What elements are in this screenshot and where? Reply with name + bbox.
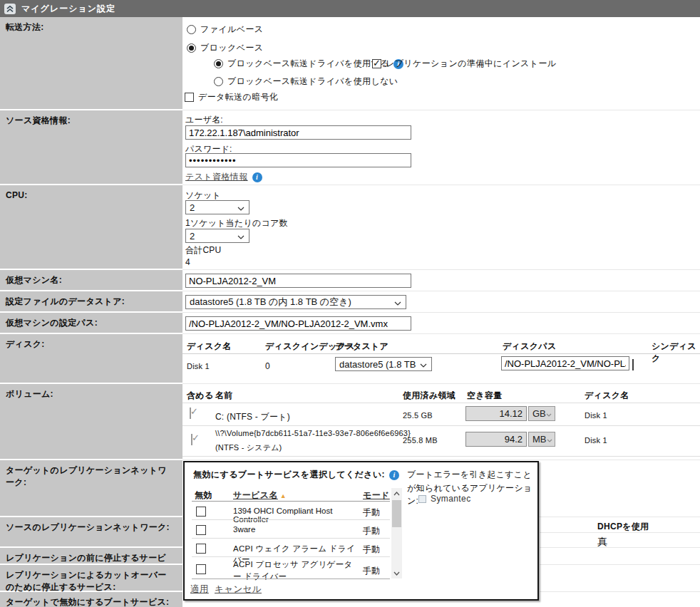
disk-col-datastore: データストア [335, 341, 388, 353]
info-icon[interactable]: i [252, 172, 262, 182]
vm-config-path-input[interactable] [185, 316, 411, 331]
cores-select[interactable]: 2 [185, 229, 249, 243]
disk-datastore-value: datastore5 (1.8 TB [339, 359, 416, 370]
section-header: マイグレーション設定 [0, 0, 700, 17]
checkbox-icon [372, 59, 381, 68]
volume-col-free: 空き容量 [467, 390, 502, 402]
service-table-bottom-divider [192, 579, 390, 579]
total-cpu-label: 合計CPU [185, 244, 221, 256]
double-chevron-up-icon [6, 5, 14, 13]
collapse-section-button[interactable] [4, 4, 16, 14]
services-scrollbar[interactable] [391, 488, 402, 579]
scroll-up-button[interactable] [391, 488, 402, 499]
service-row-divider [192, 556, 390, 557]
checkbox-label: Symantec [431, 494, 471, 504]
dhcp-value-cell: 真 [597, 536, 607, 549]
disk-path-input[interactable] [501, 356, 629, 370]
test-credentials-link[interactable]: テスト資格情報 [185, 171, 248, 183]
checkbox-label: データ転送の暗号化 [198, 91, 278, 103]
row-divider [182, 269, 700, 270]
config-datastore-select[interactable]: datastore5 (1.8 TB の内 1.8 TB の空き) [185, 295, 406, 309]
volume-disk-cell: Disk 1 [585, 411, 607, 420]
service-name-cell: 1394 OHCI Compliant Host Controller [233, 507, 360, 524]
row-divider [540, 547, 700, 548]
radio-icon [187, 25, 196, 34]
volume-include-checkbox [190, 408, 191, 419]
cancel-link[interactable]: キャンセル [215, 583, 262, 596]
volume-row-divider [182, 425, 700, 426]
row-label-stop-for-cutover: レプリケーションによるカットオーバーのために停止するサービス: [0, 565, 182, 592]
sockets-select[interactable]: 2 [185, 200, 249, 214]
volume-col-name: 名前 [215, 390, 233, 402]
row-divider [182, 185, 700, 185]
service-disable-checkbox[interactable] [196, 507, 206, 517]
disable-boot-services-popup: 無効にするブートサービスを選択してください: i 無効 サービス名▲ モード 1… [183, 461, 539, 601]
volume-free-unit-value: MB [532, 434, 547, 445]
volume-col-used: 使用済み領域 [403, 390, 455, 402]
row-label-target-replication-network: ターゲットのレプリケーションネットワーク: [0, 460, 182, 517]
username-input[interactable] [185, 125, 411, 140]
password-input[interactable] [185, 153, 411, 167]
info-icon[interactable]: i [389, 470, 399, 480]
sort-ascending-icon: ▲ [280, 492, 287, 499]
row-label-source-credentials: ソース資格情報: [0, 110, 182, 185]
radio-label: ブロックベース転送ドライバを使用する [227, 58, 389, 70]
row-divider [182, 333, 700, 334]
cores-label: 1ソケット当たりのコア数 [185, 217, 288, 229]
volume-col-disk: ディスク名 [585, 390, 629, 402]
service-disable-checkbox[interactable] [196, 564, 206, 574]
row-label-config-path: 仮想マシンの設定パス: [0, 313, 182, 334]
disk-name-cell: Disk 1 [187, 362, 210, 370]
page-title: マイグレーション設定 [21, 3, 115, 15]
popup-col-mode-label: モード [363, 490, 390, 500]
scrollbar-thumb[interactable] [392, 500, 401, 527]
popup-col-mode-sort[interactable]: モード [363, 489, 390, 502]
volume-include-checkbox [191, 434, 192, 445]
row-label-cpu: CPU: [0, 185, 182, 270]
service-disable-checkbox[interactable] [196, 544, 206, 554]
chevron-up-icon [393, 492, 400, 496]
row-label-stop-before-replication: レプリケーションの前に停止するサービス: [0, 548, 182, 565]
chevron-down-icon [420, 359, 427, 370]
volume-disk-cell: Disk 1 [585, 436, 607, 445]
thin-disk-checkbox[interactable] [632, 359, 634, 370]
popup-title: 無効にするブートサービスを選択してください: [193, 469, 385, 481]
radio-option-file-based[interactable]: ファイルベース [187, 24, 264, 36]
radio-option-no-block-driver[interactable]: ブロックベース転送ドライバを使用しない [214, 76, 398, 88]
disk-datastore-select[interactable]: datastore5 (1.8 TB [335, 357, 432, 371]
checkbox-install-during-prep[interactable]: レプリケーションの準備中にインストール [372, 58, 557, 70]
volume-col-include: 含める [187, 390, 213, 402]
row-label-source-replication-network: ソースのレプリケーションネットワーク: [0, 517, 182, 548]
volume-name-cell-line2: (NTFS - システム) [215, 442, 282, 453]
radio-option-block-based[interactable]: ブロックベース [187, 42, 264, 54]
service-mode-cell: 手動 [363, 525, 380, 537]
row-label-volumes: ボリューム: [0, 384, 182, 460]
row-label-disable-boot-services: ターゲットで無効にするブートサービス: [0, 592, 182, 607]
row-label-config-datastore: 設定ファイルのデータストア: [0, 291, 182, 313]
volume-used-cell: 255.8 MB [403, 436, 438, 445]
chevron-down-icon [237, 231, 245, 242]
checkbox-encrypt-transfer[interactable]: データ転送の暗号化 [185, 91, 278, 103]
apply-link[interactable]: 適用 [190, 583, 209, 596]
chevron-down-icon [394, 297, 401, 308]
popup-col-service-sort[interactable]: サービス名 [233, 490, 278, 500]
service-row-divider [192, 538, 390, 539]
scroll-down-button[interactable] [391, 568, 402, 579]
row-divider [182, 291, 700, 291]
radio-icon [214, 59, 223, 68]
chevron-down-icon [547, 434, 552, 445]
disk-table-header-divider [182, 353, 700, 354]
disk-col-name: ディスク名 [187, 341, 232, 353]
volume-table-header-divider [182, 403, 700, 403]
service-disable-checkbox[interactable] [196, 525, 206, 535]
radio-label: ブロックベース [200, 42, 264, 54]
sockets-value: 2 [190, 202, 195, 213]
volume-free-unit-select: GB [528, 406, 555, 421]
username-label: ユーザ名: [185, 114, 223, 126]
volume-used-cell: 25.5 GB [403, 411, 433, 420]
service-row-divider [192, 519, 390, 520]
app-symantec-checkbox: Symantec [418, 494, 471, 504]
row-divider [182, 460, 700, 460]
service-mode-cell: 手動 [363, 544, 380, 556]
vm-name-input[interactable] [185, 274, 411, 288]
